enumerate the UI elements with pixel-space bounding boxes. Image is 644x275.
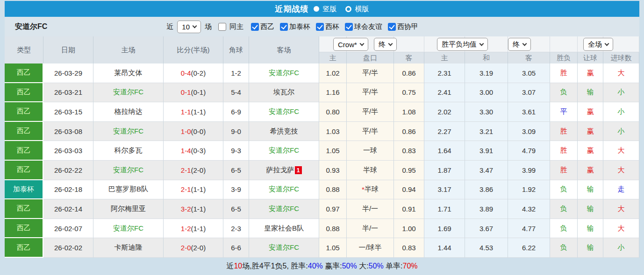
league-checkbox-0[interactable] bbox=[251, 23, 259, 31]
avg-type-select[interactable]: 胜平负均值 bbox=[437, 38, 488, 51]
vertical-layout-label[interactable]: 竖版 bbox=[323, 5, 337, 14]
home-team[interactable]: 科尔多瓦 bbox=[93, 141, 164, 161]
odds-time-select-2[interactable]: 终 bbox=[508, 38, 531, 51]
match-date: 26-03-08 bbox=[43, 122, 93, 141]
corner-score: 6-5 bbox=[223, 199, 249, 219]
avg-away-odds: 4.79 bbox=[508, 141, 550, 161]
result-goals: 小 bbox=[603, 122, 639, 141]
page-title: 近期战绩 bbox=[275, 4, 309, 14]
odds-away: 0.83 bbox=[394, 141, 424, 161]
corner-score: 5-4 bbox=[223, 83, 249, 103]
home-team[interactable]: 格拉纳达 bbox=[93, 102, 164, 122]
avg-away-odds: 4.32 bbox=[508, 199, 550, 219]
match-date: 26-02-07 bbox=[43, 219, 93, 239]
league-label-1[interactable]: 加泰杯 bbox=[289, 22, 310, 31]
odds-home: 0.88 bbox=[319, 180, 347, 200]
away-team[interactable]: 埃瓦尔 bbox=[249, 83, 319, 103]
score: 0-4(0-2) bbox=[164, 63, 223, 83]
avg-home-odds: 2.31 bbox=[424, 63, 465, 83]
corner-score: 9-0 bbox=[223, 122, 249, 141]
match-type: 西乙 bbox=[5, 238, 43, 258]
away-team[interactable]: 萨拉戈萨1 bbox=[249, 161, 319, 180]
odds-away: 0.83 bbox=[394, 238, 424, 258]
match-type: 西乙 bbox=[5, 161, 43, 180]
avg-away-odds: 4.77 bbox=[508, 219, 550, 239]
home-team[interactable]: 安道尔FC bbox=[93, 161, 164, 180]
horizontal-layout-radio[interactable] bbox=[345, 6, 351, 12]
odds-home: 1.05 bbox=[319, 141, 347, 161]
avg-home-odds: 1.71 bbox=[424, 199, 465, 219]
table-row: 加泰杯 26-02-18 巴塞罗那B队 2-1(1-1) 3-9 安道尔FC 0… bbox=[5, 180, 639, 200]
table-row: 西乙 26-02-22 安道尔FC 2-1(2-0) 6-5 萨拉戈萨1 0.9… bbox=[5, 161, 639, 180]
result-win-loss: 平 bbox=[550, 102, 578, 122]
result-goals: 小 bbox=[603, 102, 639, 122]
league-label-2[interactable]: 西杯 bbox=[325, 22, 339, 31]
odds-home: 0.80 bbox=[319, 102, 347, 122]
header-dropdown-zone bbox=[550, 36, 578, 52]
away-team[interactable]: 安道尔FC bbox=[249, 102, 319, 122]
away-team[interactable]: 希洪竞技 bbox=[249, 122, 319, 141]
recent-count-select[interactable]: 10 bbox=[177, 21, 201, 33]
table-row: 西乙 26-02-02 卡斯迪隆 2-0(2-0) 6-6 安道尔FC 1.05… bbox=[5, 238, 639, 258]
corner-score: 6-6 bbox=[223, 238, 249, 258]
odds-home: 1.02 bbox=[319, 63, 347, 83]
league-label-4[interactable]: 西协甲 bbox=[397, 22, 418, 31]
home-team[interactable]: 安道尔FC bbox=[93, 219, 164, 239]
handicap: 半/一 bbox=[347, 199, 394, 219]
avg-home-odds: 1.44 bbox=[424, 238, 465, 258]
odds-source-select[interactable]: Crow* bbox=[333, 38, 368, 51]
league-checkbox-1[interactable] bbox=[280, 23, 288, 31]
same-home-checkbox[interactable] bbox=[218, 23, 226, 31]
result-win-loss: 负 bbox=[550, 219, 578, 239]
full-match-select[interactable]: 全场 bbox=[583, 38, 613, 51]
home-team[interactable]: 安道尔FC bbox=[93, 83, 164, 103]
result-goals: 小 bbox=[603, 238, 639, 258]
match-type: 西乙 bbox=[5, 219, 43, 239]
away-team[interactable]: 安道尔FC bbox=[249, 63, 319, 83]
home-team[interactable]: 卡斯迪隆 bbox=[93, 238, 164, 258]
avg-away-odds: 1.92 bbox=[508, 180, 550, 200]
away-team[interactable]: 安道尔FC bbox=[249, 238, 319, 258]
handicap: 平/半 bbox=[347, 102, 394, 122]
result-win-loss: 胜 bbox=[550, 122, 578, 141]
sub-header-0: 主 bbox=[319, 52, 347, 63]
away-team[interactable]: 安道尔FC bbox=[249, 199, 319, 219]
odds-away: 0.86 bbox=[394, 63, 424, 83]
away-team[interactable]: 皇家社会B队 bbox=[249, 219, 319, 239]
league-checkbox-3[interactable] bbox=[345, 23, 353, 31]
match-type: 西乙 bbox=[5, 122, 43, 141]
away-team[interactable]: 安道尔FC bbox=[249, 141, 319, 161]
avg-away-odds: 3.61 bbox=[508, 102, 550, 122]
away-team[interactable]: 安道尔FC bbox=[249, 180, 319, 200]
avg-draw-odds: 3.00 bbox=[465, 83, 508, 103]
home-team[interactable]: 巴塞罗那B队 bbox=[93, 180, 164, 200]
match-date: 26-03-15 bbox=[43, 102, 93, 122]
league-checkbox-2[interactable] bbox=[316, 23, 324, 31]
score: 1-1(1-1) bbox=[164, 102, 223, 122]
avg-away-odds: 3.05 bbox=[508, 63, 550, 83]
league-checkbox-4[interactable] bbox=[388, 23, 396, 31]
odds-time-select-1[interactable]: 终 bbox=[374, 38, 397, 51]
filter-controls: 近 10 场 同主 西乙加泰杯西杯球会友谊西协甲 bbox=[166, 21, 418, 33]
odds-away: 0.94 bbox=[394, 180, 424, 200]
result-handicap: 赢 bbox=[578, 63, 603, 83]
vertical-layout-radio[interactable] bbox=[314, 6, 319, 12]
home-team[interactable]: 莱昂文体 bbox=[93, 63, 164, 83]
score: 0-1(0-1) bbox=[164, 83, 223, 103]
match-date: 26-02-14 bbox=[43, 199, 93, 219]
match-date: 26-02-22 bbox=[43, 161, 93, 180]
chevron-down-icon bbox=[605, 41, 609, 46]
odds-home: 1.05 bbox=[319, 238, 347, 258]
horizontal-layout-label[interactable]: 横版 bbox=[355, 5, 369, 14]
sub-header-1: 盘口 bbox=[347, 52, 394, 63]
league-label-3[interactable]: 球会友谊 bbox=[354, 22, 382, 31]
home-team[interactable]: 阿尔梅里亚 bbox=[93, 199, 164, 219]
result-handicap: 赢 bbox=[578, 122, 603, 141]
odds-away: 0.75 bbox=[394, 83, 424, 103]
league-label-0[interactable]: 西乙 bbox=[260, 22, 274, 31]
sub-header-4: 和 bbox=[465, 52, 508, 63]
same-home-label[interactable]: 同主 bbox=[229, 22, 243, 31]
col-header-4: 角球 bbox=[223, 36, 249, 63]
home-team[interactable]: 安道尔FC bbox=[93, 122, 164, 141]
result-win-loss: 胜 bbox=[550, 63, 578, 83]
